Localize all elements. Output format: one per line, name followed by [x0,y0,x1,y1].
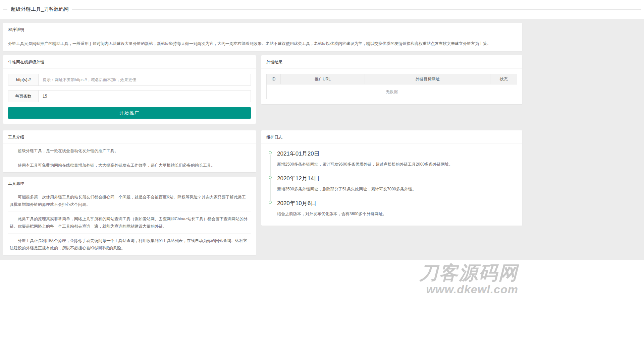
timeline-description: 结合之前版本，对外发布优化版本，含有3600多个外链网址。 [277,211,517,217]
maintenance-log-header: 维护日志 [261,130,522,144]
timeline-date: 2020年10月6日 [277,199,517,207]
tool-intro-paragraph: 超级外链工具，是一款在线全自动化发外链的推广工具。 [8,144,251,158]
per-page-input-group: 每页条数 [8,90,251,102]
per-page-input[interactable] [39,91,251,102]
site-watermark: 刀客源码网 www.dkewl.com [419,263,518,295]
tool-intro-header: 工具介绍 [3,130,256,144]
column-header-target-url: 外链目标网址 [365,74,490,84]
tool-intro-card: 工具介绍 超级外链工具，是一款在线全自动化发外链的推广工具。 使用本工具可免费为… [3,130,256,172]
title-divider: 超级外链工具_刀客源码网 [3,9,641,13]
timeline-entry: 2020年12月14日 新增3500多条外链网址，删除部分了51条失效网址，累计… [269,175,517,199]
results-header: 外链结果 [261,55,522,69]
tool-principle-paragraph: 外链工具正是利用这个原理，免除你手动去访问每一个工具站查询，利用收集到的工具站列… [8,234,251,255]
program-note-card: 程序说明 外链工具只是网站推广的辅助工具，一般适用于短时间内无法建设大量外链的新… [3,23,522,51]
tool-principle-paragraph: 此类工具的原理其实非常简单，网络上几乎所有的网站查询工具（例如爱站网、去查网和C… [8,212,251,234]
timeline-date: 2021年01月20日 [277,150,517,158]
maintenance-log-card: 维护日志 2021年01月20日 新增2500多条外链网址，累计可发9600多条… [261,130,522,226]
column-header-status: 状态 [490,74,517,84]
timeline-description: 新增2500多条外链网址，累计可发9600多条优质外链，超过卢松松的外链工具20… [277,161,517,167]
url-input-group: http(s):// [8,74,251,86]
watermark-url-text: www.dkewl.com [419,284,518,295]
tool-principle-header: 工具原理 [3,177,256,190]
timeline-date: 2020年12月14日 [277,175,517,182]
timeline-dot-icon [269,201,272,204]
page-title: 超级外链工具_刀客源码网 [7,6,72,12]
promo-form-header: 牛蛙网在线超级外链 [3,55,256,69]
tool-intro-paragraph: 使用本工具可免费为网站在线批量增加外链，大大提高外链发布工作效率，是广大草根站长… [8,158,251,172]
timeline-entry: 2020年10月6日 结合之前版本，对外发布优化版本，含有3600多个外链网址。 [269,199,517,218]
tool-principle-card: 工具原理 可能很多第一次使用外链工具的站长朋友们都会担心同一个问题，就是会不会被… [3,177,256,255]
maintenance-timeline: 2021年01月20日 新增2500多条外链网址，累计可发9600多条优质外链，… [261,144,522,226]
program-note-header: 程序说明 [3,23,522,36]
top-title-bar: 超级外链工具_刀客源码网 [0,0,644,19]
program-note-content: 外链工具只是网站推广的辅助工具，一般适用于短时间内无法建设大量外链的新站，新站应… [3,36,522,51]
timeline-dot-icon [269,176,272,179]
per-page-label: 每页条数 [8,91,39,102]
timeline-entry: 2021年01月20日 新增2500多条外链网址，累计可发9600多条优质外链，… [269,150,517,175]
results-table: ID 推广URL 外链目标网址 状态 无数据 [266,74,517,99]
empty-data-text: 无数据 [267,84,517,99]
timeline-description: 新增3500多条外链网址，删除部分了51条失效网址，累计可发7000多条外链。 [277,186,517,192]
column-header-id: ID [267,74,281,84]
timeline-dot-icon [269,151,272,154]
table-row-empty: 无数据 [267,84,517,99]
main-content: 程序说明 外链工具只是网站推广的辅助工具，一般适用于短时间内无法建设大量外链的新… [0,19,644,260]
watermark-logo-text: 刀客源码网 [419,263,518,282]
column-header-promo-url: 推广URL [281,74,365,84]
results-card: 外链结果 ID 推广URL 外链目标网址 状态 [261,55,522,104]
page: 超级外链工具_刀客源码网 程序说明 外链工具只是网站推广的辅助工具，一般适用于短… [0,0,644,361]
url-protocol-label: http(s):// [8,74,39,85]
tool-principle-paragraph: 可能很多第一次使用外链工具的站长朋友们都会担心同一个问题，就是会不会被百度K站、… [8,190,251,212]
start-promotion-button[interactable]: 开始推广 [8,107,251,119]
url-input[interactable] [39,74,251,85]
promo-form-card: 牛蛙网在线超级外链 http(s):// 每页条数 开始推广 [3,55,256,124]
